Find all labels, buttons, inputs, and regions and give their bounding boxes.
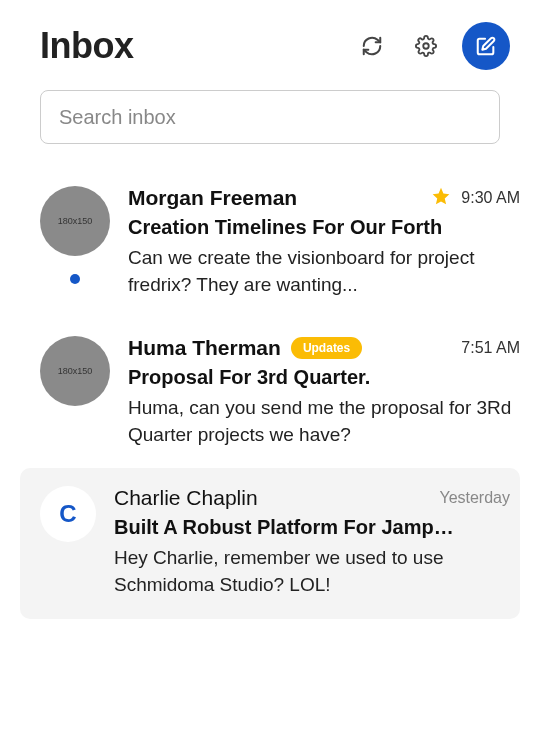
message-item[interactable]: 180x150 Morgan Freeman 9:30 AM Creation …: [0, 168, 540, 318]
message-time: Yesterday: [439, 489, 510, 507]
message-subject: Creation Timelines For Our Forth: [128, 216, 520, 239]
avatar-placeholder: 180x150: [40, 186, 110, 256]
avatar-column: C: [40, 486, 96, 598]
search-container: [0, 82, 540, 168]
message-subject: Built A Robust Platform For Jamp…: [114, 516, 510, 539]
avatar-placeholder: 180x150: [40, 336, 110, 406]
message-preview: Hey Charlie, remember we used to use Sch…: [114, 545, 510, 598]
message-subject: Proposal For 3rd Quarter.: [128, 366, 520, 389]
message-preview: Can we create the visionboard for projec…: [128, 245, 520, 298]
message-item[interactable]: 180x150 Huma Therman Updates 7:51 AM Pro…: [0, 318, 540, 468]
star-icon[interactable]: [431, 186, 451, 210]
message-item-selected[interactable]: C Charlie Chaplin Yesterday Built A Robu…: [20, 468, 520, 618]
compose-icon: [475, 35, 497, 57]
message-header-row: Huma Therman Updates 7:51 AM: [128, 336, 520, 360]
message-time: 9:30 AM: [461, 189, 520, 207]
compose-button[interactable]: [462, 22, 510, 70]
message-time: 7:51 AM: [461, 339, 520, 357]
sender-name: Morgan Freeman: [128, 186, 297, 210]
refresh-icon: [361, 35, 383, 57]
app-header: Inbox: [0, 0, 540, 82]
message-preview: Huma, can you send me the proposal for 3…: [128, 395, 520, 448]
header-actions: [354, 22, 510, 70]
message-list: 180x150 Morgan Freeman 9:30 AM Creation …: [0, 168, 540, 619]
refresh-button[interactable]: [354, 28, 390, 64]
avatar-column: 180x150: [40, 336, 110, 448]
sender-name: Charlie Chaplin: [114, 486, 258, 510]
category-tag: Updates: [291, 337, 362, 359]
avatar-column: 180x150: [40, 186, 110, 298]
avatar-letter: C: [40, 486, 96, 542]
message-content: Huma Therman Updates 7:51 AM Proposal Fo…: [128, 336, 520, 448]
svg-point-0: [423, 43, 429, 49]
message-content: Charlie Chaplin Yesterday Built A Robust…: [114, 486, 510, 598]
unread-indicator: [70, 274, 80, 284]
message-content: Morgan Freeman 9:30 AM Creation Timeline…: [128, 186, 520, 298]
page-title: Inbox: [40, 25, 134, 67]
message-header-row: Charlie Chaplin Yesterday: [114, 486, 510, 510]
sender-name: Huma Therman: [128, 336, 281, 360]
message-header-row: Morgan Freeman 9:30 AM: [128, 186, 520, 210]
settings-button[interactable]: [408, 28, 444, 64]
gear-icon: [415, 35, 437, 57]
search-input[interactable]: [40, 90, 500, 144]
